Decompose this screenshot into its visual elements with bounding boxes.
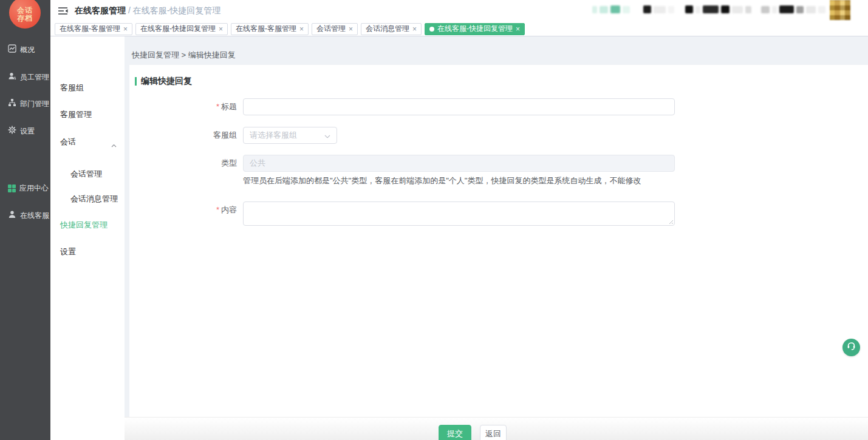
- title-input[interactable]: [243, 98, 675, 115]
- tab-view-active[interactable]: 在线客服-快捷回复管理×: [425, 23, 525, 35]
- close-icon[interactable]: ×: [123, 25, 128, 33]
- close-icon[interactable]: ×: [219, 25, 223, 33]
- section-title-text: 编辑快捷回复: [141, 76, 192, 87]
- chevron-up-icon: [111, 140, 117, 149]
- sidebar-item-app-center[interactable]: 应用中心: [0, 183, 50, 194]
- submenu-item-quick-reply-mgmt[interactable]: 快捷回复管理: [50, 220, 125, 231]
- tab-view[interactable]: 会话消息管理×: [361, 23, 422, 35]
- redacted-block: [643, 5, 651, 13]
- redacted-block: [668, 6, 674, 13]
- redacted-block: [695, 6, 700, 13]
- sidebar-item-label: 员工管理: [20, 72, 49, 83]
- close-icon[interactable]: ×: [516, 25, 520, 33]
- breadcrumb-current: 在线客服-快捷回复管理: [133, 5, 221, 15]
- content-textarea[interactable]: [243, 201, 675, 226]
- type-value: 公共: [250, 158, 265, 168]
- redacted-block: [610, 5, 620, 13]
- redacted-block: [721, 5, 730, 13]
- tab-label: 在线客服-快捷回复管理: [437, 24, 513, 34]
- user-avatar[interactable]: [830, 0, 850, 20]
- tab-label: 在线客服-客服管理: [60, 24, 120, 34]
- tab-view[interactable]: 在线客服-客服管理×: [55, 23, 132, 35]
- tag-view-bar: 在线客服-客服管理× 在线客服-快捷回复管理× 在线客服-客服管理× 会话管理×…: [50, 22, 868, 36]
- breadcrumb-root[interactable]: 在线客服管理: [75, 5, 126, 15]
- type-help-text: 管理员在后端添加的都是"公共"类型，客服在前端添加的是"个人"类型，快捷回复的类…: [243, 175, 641, 186]
- tab-label: 在线客服-快捷回复管理: [140, 24, 216, 34]
- app-window: 会话 存档 概况 员工管理 部门管理 设置 应用中心 在线客服: [0, 0, 868, 440]
- redacted-block: [654, 6, 666, 13]
- submenu-item-settings[interactable]: 设置: [50, 246, 125, 257]
- section-title-accent-bar: [135, 77, 137, 86]
- content-label: *内容: [129, 201, 237, 218]
- app-logo[interactable]: 会话 存档: [9, 0, 41, 29]
- breadcrumb: 在线客服管理 / 在线客服-快捷回复管理: [75, 5, 220, 16]
- sidebar-item-label: 设置: [20, 126, 35, 137]
- headset-icon: [846, 341, 856, 354]
- redacted-block: [796, 6, 804, 13]
- sidebar-item-settings[interactable]: 设置: [0, 126, 50, 137]
- form-row-title: *标题: [129, 98, 868, 115]
- content-textarea-wrap: [243, 201, 675, 226]
- redacted-block: [772, 6, 777, 13]
- sidebar-item-label: 应用中心: [19, 183, 49, 194]
- breadcrumb-separator: /: [128, 5, 131, 15]
- redacted-block: [761, 6, 770, 13]
- redacted-block: [623, 6, 630, 13]
- sidebar-item-department[interactable]: 部门管理: [0, 98, 50, 109]
- header-redacted-area: [592, 5, 825, 13]
- staff-icon: [8, 72, 16, 83]
- redacted-block: [818, 6, 825, 13]
- form-action-bar: 提交 返回: [125, 417, 868, 440]
- required-marker: *: [216, 102, 219, 111]
- redacted-block: [732, 6, 743, 13]
- close-icon[interactable]: ×: [412, 25, 417, 33]
- group-label: 客服组: [129, 127, 237, 144]
- page-breadcrumb: 快捷回复管理 > 编辑快捷回复: [132, 50, 236, 61]
- type-label: 类型: [129, 155, 237, 172]
- online-service-icon: [8, 210, 16, 221]
- submenu-label: 客服管理: [60, 109, 92, 120]
- redacted-block: [600, 6, 608, 13]
- submenu-label: 会话管理: [70, 169, 102, 180]
- edit-quick-reply-card: 编辑快捷回复 *标题 客服组 请选择客服组 类型 公共 管理员在后端添加的都是"…: [129, 65, 868, 417]
- chevron-down-icon: [324, 130, 330, 141]
- tab-view[interactable]: 在线客服-快捷回复管理×: [135, 23, 228, 35]
- redacted-gap: [632, 6, 641, 13]
- submenu-item-session-mgmt[interactable]: 会话管理: [50, 169, 125, 180]
- submenu-item-service-group[interactable]: 客服组: [50, 83, 125, 93]
- sidebar-item-overview[interactable]: 概况: [0, 44, 50, 55]
- redacted-block: [745, 6, 751, 13]
- close-icon[interactable]: ×: [299, 25, 304, 33]
- redacted-block: [685, 5, 693, 13]
- gear-icon: [8, 126, 16, 137]
- tab-view[interactable]: 在线客服-客服管理×: [231, 23, 309, 35]
- close-icon[interactable]: ×: [349, 25, 353, 33]
- back-button[interactable]: 返回: [480, 425, 507, 440]
- title-label: *标题: [129, 98, 237, 115]
- submenu-label: 快捷回复管理: [60, 220, 108, 231]
- submenu-label: 会话: [60, 137, 76, 147]
- redacted-block: [703, 5, 719, 13]
- group-select[interactable]: 请选择客服组: [243, 127, 337, 144]
- tab-view[interactable]: 会话管理×: [312, 23, 358, 35]
- submit-button[interactable]: 提交: [439, 425, 471, 440]
- main-content: 快捷回复管理 > 编辑快捷回复 编辑快捷回复 *标题 客服组 请选择客服组: [125, 36, 868, 440]
- redacted-block: [592, 6, 597, 13]
- menu-fold-icon[interactable]: [58, 6, 69, 16]
- primary-sidebar: 会话 存档 概况 员工管理 部门管理 设置 应用中心 在线客服: [0, 0, 50, 440]
- form-row-type: 类型 公共: [129, 155, 868, 172]
- submenu-group-session[interactable]: 会话: [50, 137, 125, 147]
- group-select-placeholder: 请选择客服组: [250, 130, 324, 141]
- redacted-block: [806, 6, 816, 13]
- submenu-label: 会话消息管理: [70, 194, 118, 205]
- submenu-item-session-message-mgmt[interactable]: 会话消息管理: [50, 194, 125, 205]
- submenu-item-service-mgmt[interactable]: 客服管理: [50, 109, 125, 120]
- sidebar-item-online-service[interactable]: 在线客服: [0, 210, 50, 221]
- department-icon: [8, 98, 16, 109]
- redacted-block: [779, 5, 794, 13]
- tab-label: 在线客服-客服管理: [236, 24, 296, 34]
- required-marker: *: [216, 205, 219, 214]
- customer-service-fab[interactable]: [842, 339, 860, 356]
- form-row-group: 客服组 请选择客服组: [129, 127, 868, 144]
- sidebar-item-staff[interactable]: 员工管理: [0, 72, 50, 83]
